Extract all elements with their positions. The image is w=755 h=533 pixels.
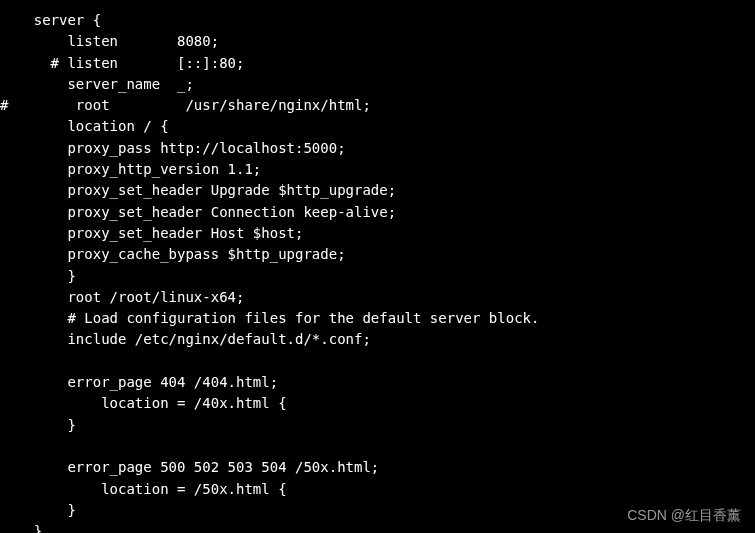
code-block: server { listen 8080; # listen [::]:80; …: [0, 10, 755, 533]
nginx-config-code: server { listen 8080; # listen [::]:80; …: [0, 12, 539, 533]
